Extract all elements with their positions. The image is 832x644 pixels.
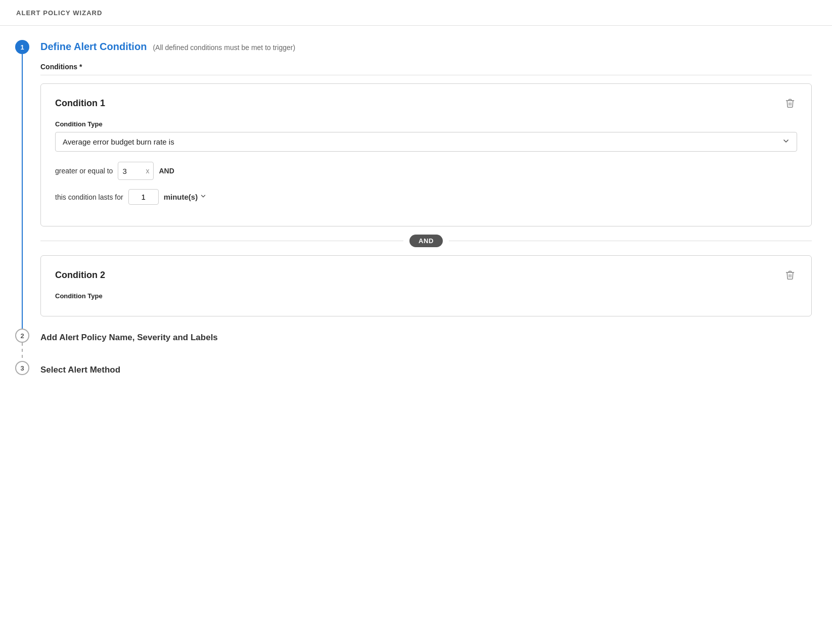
step-1-indicator: 1 — [10, 40, 34, 329]
conditions-label: Conditions * — [40, 63, 812, 75]
header: ALERT POLICY WIZARD — [0, 0, 832, 26]
step-1-title: Define Alert Condition — [40, 41, 147, 53]
step-3-indicator: 3 — [10, 361, 34, 391]
step-2-header: Add Alert Policy Name, Severity and Labe… — [40, 329, 812, 347]
step-1-subtitle: (All defined conditions must be met to t… — [153, 43, 295, 52]
condition-1-duration-row: this condition lasts for minute(s) — [55, 189, 797, 205]
step-1: 1 Define Alert Condition (All defined co… — [10, 40, 812, 329]
condition-2-card-header: Condition 2 — [55, 268, 797, 282]
step-3-title: Select Alert Method — [40, 365, 120, 375]
condition-1-card: Condition 1 — [40, 83, 812, 226]
condition-1-duration-input[interactable] — [128, 189, 159, 205]
and-connector-label: AND — [159, 167, 174, 175]
unit-value-label: minute(s) — [164, 193, 198, 201]
step-2-content: Add Alert Policy Name, Severity and Labe… — [34, 329, 812, 361]
condition-type-label: Condition Type — [55, 120, 797, 128]
step-3: 3 Select Alert Method — [10, 361, 812, 391]
step-1-header: Define Alert Condition (All defined cond… — [40, 41, 812, 53]
step-1-circle: 1 — [15, 40, 29, 54]
step-1-line — [22, 54, 23, 329]
condition-1-unit-select[interactable]: minute(s) — [164, 193, 207, 201]
condition-1-value-wrapper: x — [118, 162, 154, 180]
and-separator: AND — [40, 235, 812, 247]
trash-icon-2 — [785, 270, 795, 280]
greater-or-equal-label: greater or equal to — [55, 167, 113, 175]
unit-chevron-icon — [200, 193, 207, 201]
steps-container: 1 Define Alert Condition (All defined co… — [10, 40, 812, 391]
step-3-circle: 3 — [15, 361, 29, 375]
condition-2-title: Condition 2 — [55, 270, 105, 281]
step-2-line — [22, 343, 23, 361]
wizard-body: 1 Define Alert Condition (All defined co… — [0, 26, 832, 644]
condition-type-select[interactable]: Average error budget burn rate is — [55, 132, 797, 152]
condition-1-card-header: Condition 1 — [55, 96, 797, 110]
app-container: ALERT POLICY WIZARD 1 Define Ale — [0, 0, 832, 644]
step-2-title: Add Alert Policy Name, Severity and Labe… — [40, 333, 218, 343]
main-content: 1 Define Alert Condition (All defined co… — [0, 26, 832, 644]
step-3-content: Select Alert Method — [34, 361, 812, 391]
condition-1-value-row: greater or equal to x AND — [55, 162, 797, 180]
condition-2-type-label: Condition Type — [55, 292, 797, 300]
and-separator-left-line — [40, 241, 403, 241]
duration-label: this condition lasts for — [55, 193, 123, 201]
step-2: 2 Add Alert Policy Name, Severity and La… — [10, 329, 812, 361]
condition-type-select-wrapper: Average error budget burn rate is — [55, 132, 797, 152]
page-title: ALERT POLICY WIZARD — [16, 9, 102, 17]
step-2-indicator: 2 — [10, 329, 34, 361]
condition-1-title: Condition 1 — [55, 98, 105, 109]
and-separator-right-line — [449, 241, 812, 241]
step-1-content: Define Alert Condition (All defined cond… — [34, 40, 812, 329]
condition-1-delete-button[interactable] — [783, 96, 797, 110]
condition-2-card: Condition 2 — [40, 255, 812, 316]
trash-icon — [785, 98, 795, 108]
condition-2-delete-button[interactable] — [783, 268, 797, 282]
condition-1-value-input[interactable] — [122, 167, 143, 175]
and-badge: AND — [409, 235, 443, 247]
step-2-circle: 2 — [15, 329, 29, 343]
step-3-header: Select Alert Method — [40, 361, 812, 379]
condition-1-clear-icon[interactable]: x — [146, 167, 149, 175]
